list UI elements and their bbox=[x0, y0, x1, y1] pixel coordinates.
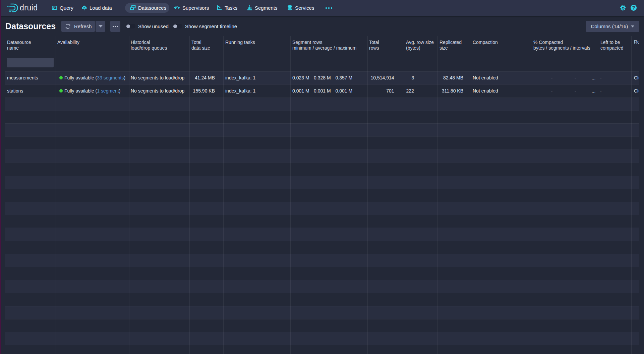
svg-text:?: ? bbox=[632, 5, 635, 10]
